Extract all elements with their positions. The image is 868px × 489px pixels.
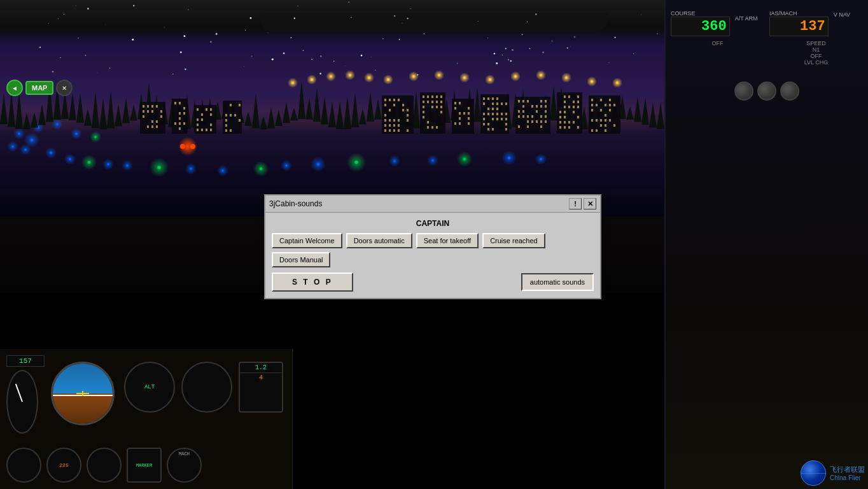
- altimeter-gauge: ALT: [124, 362, 175, 413]
- knob-1[interactable]: [734, 82, 753, 101]
- at-arm-label: A/T ARM: [735, 15, 764, 22]
- turn-coord: 225: [46, 448, 81, 483]
- watermark: 飞行者联盟 China Flier: [801, 460, 865, 486]
- gyro-compass: [6, 448, 41, 483]
- dialog-body: CAPTAIN Captain Welcome Doors automatic …: [265, 213, 600, 298]
- doors-manual-button[interactable]: Doors Manual: [272, 252, 330, 267]
- dialog-close-button[interactable]: ✕: [584, 198, 596, 209]
- dialog-title-buttons: ! ✕: [569, 198, 596, 209]
- marker-display: MARKER: [127, 448, 162, 483]
- horizon-ground: [53, 393, 113, 423]
- dialog-main-buttons: Captain Welcome Doors automatic Seat for…: [272, 233, 594, 248]
- course-label: COURSE: [671, 10, 730, 17]
- map-button[interactable]: MAP: [25, 81, 53, 95]
- dialog-bottom-row: S T O P automatic sounds: [272, 273, 594, 292]
- vsi-gauge: [181, 362, 232, 413]
- off-label-2: OFF: [769, 53, 863, 59]
- right-panel: COURSE 360 A/T ARM IAS/MACH 137 V NAV OF…: [664, 0, 868, 489]
- course-value: 360: [701, 18, 727, 34]
- speed-display: 157: [6, 355, 45, 367]
- stop-button[interactable]: S T O P: [272, 273, 353, 292]
- back-button[interactable]: ◄: [6, 80, 23, 96]
- off-label-1: OFF: [671, 40, 764, 46]
- speed-gauge: [6, 370, 38, 434]
- mach-meter: MACH: [167, 448, 202, 483]
- dialog-title: 3jCabin-sounds: [269, 199, 322, 208]
- dialog-second-row: Doors Manual: [272, 252, 594, 267]
- cruise-reached-button[interactable]: Cruise reached: [482, 233, 545, 248]
- watermark-globe: [801, 460, 826, 486]
- artificial-horizon: [51, 362, 115, 425]
- dialog-info-button[interactable]: !: [569, 198, 582, 209]
- auto-sounds-button[interactable]: automatic sounds: [521, 273, 594, 291]
- captain-welcome-button[interactable]: Captain Welcome: [272, 233, 342, 248]
- ias-value: 137: [800, 18, 825, 34]
- v-nav-label: V NAV: [834, 11, 863, 18]
- doors-automatic-button[interactable]: Doors automatic: [346, 233, 412, 248]
- cabin-sounds-dialog: 3jCabin-sounds ! ✕ CAPTAIN Captain Welco…: [264, 194, 601, 299]
- close-button[interactable]: ✕: [56, 80, 73, 96]
- lvl-chg-label: LVL CHG: [769, 59, 863, 66]
- radio-display: 1.2 4: [239, 362, 283, 413]
- n1-label: N1: [769, 46, 863, 53]
- watermark-english: China Flier: [830, 474, 865, 481]
- watermark-chinese: 飞行者联盟: [830, 465, 865, 474]
- watermark-text: 飞行者联盟 China Flier: [830, 465, 865, 481]
- seat-for-takeoff-button[interactable]: Seat for takeoff: [416, 233, 479, 248]
- speed-label: SPEED: [769, 40, 863, 46]
- speed-needle: [15, 383, 23, 402]
- ias-mach-label: IAS/MACH: [769, 10, 829, 17]
- instrument-cluster-left: 157 ALT 1.2 4 225 MARKER M: [0, 349, 293, 489]
- horizon-center-v: [82, 391, 83, 396]
- dialog-titlebar: 3jCabin-sounds ! ✕: [265, 195, 600, 213]
- top-controls: ◄ MAP ✕: [6, 80, 73, 96]
- dialog-section-title: CAPTAIN: [272, 219, 594, 228]
- bottom-instruments: 225 MARKER MACH: [6, 448, 202, 483]
- hsi-gauge: [87, 448, 122, 483]
- knob-3[interactable]: [780, 82, 799, 101]
- knob-2[interactable]: [757, 82, 776, 101]
